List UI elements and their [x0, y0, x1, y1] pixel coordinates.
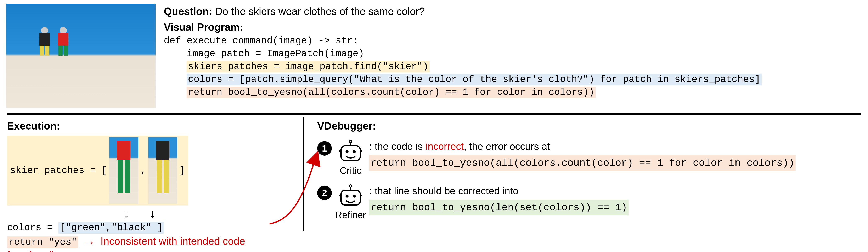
return-line: return "yes" → Inconsistent with intende…: [7, 235, 301, 252]
skier-figure-right: [56, 27, 70, 58]
question-label: Question:: [164, 6, 212, 17]
vdebugger-panel: VDebugger: 1 Critic : the code is incorr: [305, 116, 868, 252]
svg-point-11: [353, 195, 355, 197]
critic-step: 1 Critic : the code is incorrect, the er…: [317, 139, 862, 171]
refiner-label: Refiner: [335, 209, 366, 220]
code-line-3: colors = [patch.simple_query("What is th…: [164, 73, 862, 86]
critic-label: Critic: [335, 165, 366, 176]
critic-text: : the code is incorrect, the error occur…: [369, 139, 862, 171]
down-arrow-icon: ↓: [150, 207, 156, 220]
refiner-code: return bool_to_yesno(len(set(colors)) ==…: [369, 200, 628, 216]
down-arrow-row: ↓ ↓: [123, 207, 301, 220]
svg-point-3: [345, 150, 348, 153]
code-line-4: return bool_to_yesno(all(colors.count(co…: [164, 86, 862, 99]
colors-line: colors = ["green","black" ]: [7, 222, 301, 233]
top-section: Question: Do the skiers wear clothes of …: [0, 0, 868, 112]
execution-panel: Execution: skier_patches = [ , ] ↓ ↓ col…: [0, 116, 305, 252]
patches-suffix: ]: [179, 165, 185, 176]
question-text: Do the skiers wear clothes of the same c…: [215, 6, 425, 17]
skier-figure-left: [37, 27, 52, 58]
refiner-text: : that line should be corrected into ret…: [369, 184, 862, 216]
critic-code: return bool_to_yesno(all(colors.count(co…: [369, 155, 796, 171]
bottom-section: Execution: skier_patches = [ , ] ↓ ↓ col…: [0, 116, 868, 252]
top-text-block: Question: Do the skiers wear clothes of …: [164, 4, 862, 99]
code-line-1: image_patch = ImagePatch(image): [164, 47, 862, 60]
execution-title: Execution:: [7, 120, 301, 132]
step-number-2: 2: [317, 186, 332, 200]
svg-point-7: [349, 185, 352, 187]
robot-icon-refiner: Refiner: [335, 184, 366, 211]
svg-point-4: [353, 150, 355, 153]
skier-patches-box: skier_patches = [ , ]: [7, 136, 188, 205]
patches-prefix: skier_patches = [: [10, 165, 107, 176]
step-number-1: 1: [317, 141, 332, 156]
input-image: [6, 4, 156, 108]
horizontal-divider: [7, 113, 861, 115]
down-arrow-icon: ↓: [123, 207, 129, 220]
skier-patch-image-1: [109, 137, 138, 204]
vertical-divider: [303, 117, 304, 231]
svg-point-0: [349, 140, 352, 143]
robot-icon-critic: Critic: [335, 139, 366, 166]
right-arrow-icon: →: [83, 235, 95, 249]
visual-program-label: Visual Program:: [164, 21, 862, 33]
patches-mid: ,: [141, 165, 146, 176]
vdebugger-title: VDebugger:: [317, 120, 862, 132]
code-line-2: skiers_patches = image_patch.find("skier…: [164, 60, 862, 73]
return-code: return "yes": [7, 236, 78, 248]
skier-patch-image-2: [148, 137, 177, 204]
svg-point-10: [345, 195, 348, 197]
code-def-line: def execute_command(image) -> str:: [164, 34, 862, 47]
refiner-step: 2 Refiner : that line should be correcte…: [317, 184, 862, 216]
